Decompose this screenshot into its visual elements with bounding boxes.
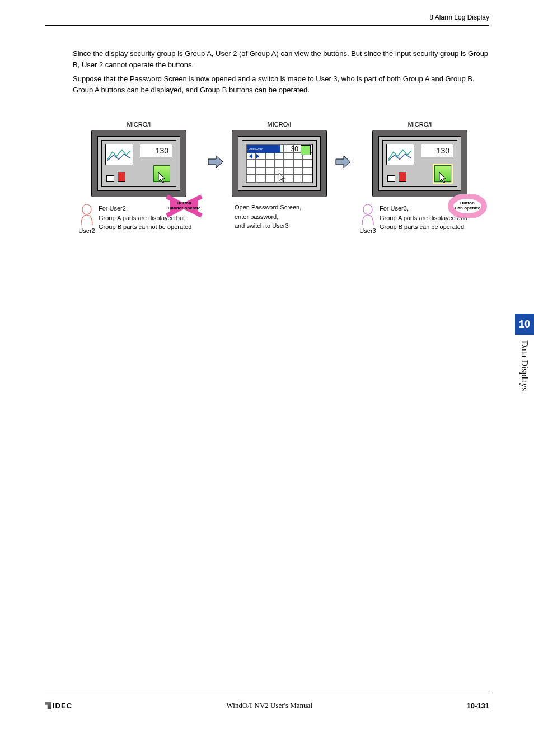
badge-can-operate: Button Can operate [448, 194, 487, 218]
manual-title: WindO/I-NV2 User's Manual [227, 701, 312, 710]
micro-label-3: MICRO/I [408, 121, 432, 128]
badge-can-line2: Can operate [455, 206, 480, 211]
page-footer: IDEC WindO/I-NV2 User's Manual 10-131 [45, 701, 489, 710]
value-display-1: 130 [140, 144, 172, 157]
bar-panel-icon [386, 166, 414, 183]
nav-left-icon [248, 153, 254, 160]
svg-point-0 [82, 204, 91, 214]
col-user3: MICRO/I 130 [359, 121, 480, 234]
section-header: 8 Alarm Log Display [429, 13, 489, 21]
cursor-icon [436, 171, 447, 184]
content: Since the display security group is Grou… [73, 48, 489, 99]
device-2: Password 30 [232, 130, 327, 197]
micro-label-2: MICRO/I [268, 121, 292, 128]
password-title: Password [247, 145, 280, 153]
user2-label: User2 [78, 227, 95, 234]
logo-mark-icon [45, 702, 51, 709]
green-button-active-icon [434, 165, 451, 182]
cursor-icon [276, 172, 286, 183]
trend-chart-icon [386, 144, 414, 165]
svg-point-2 [363, 204, 372, 214]
value-display-pw: 30 [291, 145, 298, 153]
arrow-right-icon [335, 153, 352, 170]
col-user2: MICRO/I 130 [78, 121, 199, 234]
user3-label: User3 [359, 227, 376, 234]
green-button-icon [153, 165, 170, 182]
badge-cannot-operate: Button Cannot operate [165, 194, 204, 218]
logo-text: IDEC [53, 702, 72, 710]
cursor-icon [155, 171, 166, 184]
arrow-right-icon [207, 153, 224, 170]
para-2: Suppose that the Password Screen is now … [73, 73, 489, 95]
col-password: MICRO/I Password 30 [232, 121, 327, 231]
badge-cannot-line2: Cannot operate [168, 206, 201, 211]
page-number: 10-131 [467, 702, 489, 710]
para-1: Since the display security group is Grou… [73, 48, 489, 70]
chapter-title: Data Displays [519, 335, 530, 391]
device-1: 130 Button Cannot operate [91, 130, 186, 197]
idec-logo: IDEC [45, 702, 72, 710]
value-display-3: 130 [421, 144, 453, 157]
device-3: 130 Button Can operate [372, 130, 467, 197]
middle-caption: Open Password Screen, enter password, an… [235, 203, 324, 231]
bar-panel-icon [105, 166, 133, 183]
diagram-row: MICRO/I 130 [78, 121, 480, 234]
page-frame: 8 Alarm Log Display Since the display se… [45, 25, 489, 693]
chapter-tab: 10 Data Displays [515, 314, 534, 391]
trend-chart-icon [105, 144, 133, 165]
green-button-icon [301, 145, 311, 155]
nav-right-icon [255, 153, 260, 160]
user-icon [78, 204, 95, 226]
micro-label-1: MICRO/I [127, 121, 151, 128]
chapter-number: 10 [515, 314, 534, 335]
user-icon [359, 204, 376, 226]
